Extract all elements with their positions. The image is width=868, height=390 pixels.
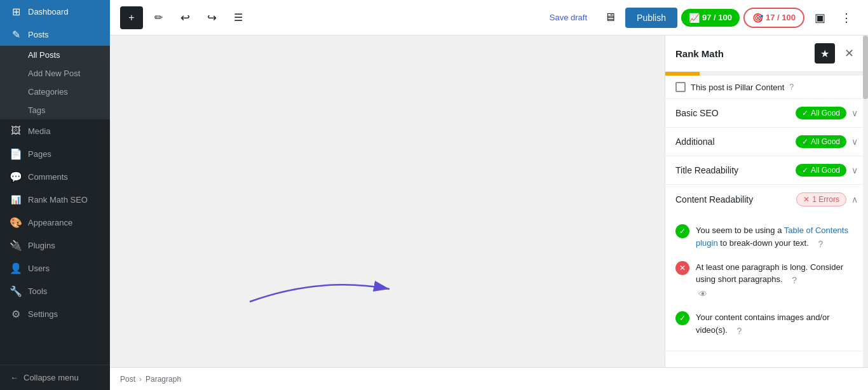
seo-score-badge[interactable]: 📈 97 / 100 xyxy=(681,9,740,27)
seo-score-value: 97 / 100 xyxy=(702,13,732,22)
basic-seo-header[interactable]: Basic SEO ✓ All Good ∨ xyxy=(665,99,868,127)
pencil-icon: ✏ xyxy=(154,11,163,24)
pillar-checkbox[interactable] xyxy=(675,82,686,92)
panel-scrollbar-thumb[interactable] xyxy=(863,36,868,99)
sidebar-submenu-categories[interactable]: Categories xyxy=(0,83,110,101)
content-readability-section: Content Readability ✕ 1 Errors ∧ ✓ xyxy=(665,185,868,351)
tools-icon: 🔧 xyxy=(10,285,22,297)
sidebar-item-plugins[interactable]: 🔌 Plugins xyxy=(0,234,110,257)
plugins-icon: 🔌 xyxy=(10,239,22,251)
close-icon: ✕ xyxy=(844,46,854,60)
view-button[interactable]: 🖥 xyxy=(599,6,621,29)
sidebar-item-dashboard[interactable]: ⊞ Dashboard xyxy=(0,0,110,23)
sidebar-item-label: Comments xyxy=(28,172,68,182)
title-readability-chevron: ∨ xyxy=(851,165,858,175)
collapse-icon: ← xyxy=(10,373,18,382)
pages-icon: 📄 xyxy=(10,148,22,159)
toc-help-button[interactable]: ? xyxy=(813,237,827,251)
sidebar-item-rankmath[interactable]: 📊 Rank Math SEO xyxy=(0,188,110,211)
sidebar-item-label: Posts xyxy=(28,30,49,39)
rankmath-header-right: ★ ✕ xyxy=(815,43,858,64)
check-item-paragraph: ✕ At least one paragraph is long. Consid… xyxy=(675,256,858,307)
content-readability-right: ✕ 1 Errors ∧ xyxy=(796,192,858,206)
rankmath-title: Rank Math xyxy=(675,48,724,59)
title-readability-section: Title Readability ✓ All Good ∨ xyxy=(665,156,868,185)
rankmath-icon: 📊 xyxy=(10,194,22,205)
footer-separator: › xyxy=(139,375,142,384)
additional-badge: ✓ All Good xyxy=(796,135,846,148)
save-draft-button[interactable]: Save draft xyxy=(542,8,595,27)
media-icon: 🖼 xyxy=(10,125,22,137)
publish-button[interactable]: Publish xyxy=(625,8,677,28)
sidebar-item-users[interactable]: 👤 Users xyxy=(0,257,110,279)
editor-footer: Post › Paragraph xyxy=(110,367,868,390)
pillar-content-row: This post is Pillar Content ? xyxy=(665,76,868,99)
paragraph-eye-button[interactable]: 👁 xyxy=(696,287,710,301)
sidebar-item-label: Media xyxy=(28,126,50,136)
sidebar-item-pages[interactable]: 📄 Pages xyxy=(0,142,110,165)
sidebar-item-label: Tools xyxy=(28,286,47,296)
collapse-menu-button[interactable]: ← Collapse menu xyxy=(0,365,110,390)
sidebar-submenu-add-new-post[interactable]: Add New Post xyxy=(0,64,110,83)
panel-scrollbar-track[interactable] xyxy=(863,36,868,367)
sidebar-submenu-tags[interactable]: Tags xyxy=(0,101,110,119)
tools-button[interactable]: ✏ xyxy=(147,6,170,29)
content-readability-badge: ✕ 1 Errors xyxy=(796,192,846,206)
panel-icon: ▣ xyxy=(815,11,825,25)
sidebar-item-appearance[interactable]: 🎨 Appearance xyxy=(0,211,110,234)
posts-icon: ✎ xyxy=(10,29,22,40)
additional-section: Additional ✓ All Good ∨ xyxy=(665,128,868,156)
images-check-text: Your content contains images and/or vide… xyxy=(696,311,858,338)
additional-check-icon: ✓ xyxy=(802,137,808,146)
sidebar-item-media[interactable]: 🖼 Media xyxy=(0,119,110,142)
panel-toggle-button[interactable]: ▣ xyxy=(808,6,831,29)
list-icon: ☰ xyxy=(234,11,243,24)
arrow-annotation xyxy=(237,264,402,316)
title-readability-right: ✓ All Good ∨ xyxy=(796,164,858,177)
title-readability-header[interactable]: Title Readability ✓ All Good ∨ xyxy=(665,156,868,184)
paragraph-help-button[interactable]: ? xyxy=(787,273,801,287)
title-check-icon: ✓ xyxy=(802,166,808,175)
content-readability-header[interactable]: Content Readability ✕ 1 Errors ∧ xyxy=(665,185,868,214)
monitor-icon: 🖥 xyxy=(604,11,616,24)
pillar-help-icon[interactable]: ? xyxy=(789,83,794,91)
toc-check-icon: ✓ xyxy=(675,224,689,238)
content-readability-items: ✓ You seem to be using a Table of Conten… xyxy=(665,214,868,351)
paragraph-text: At least one paragraph is long. Consider… xyxy=(696,262,843,285)
readability-score-value: 17 / 100 xyxy=(766,13,796,22)
readability-score-badge[interactable]: 🎯 17 / 100 xyxy=(743,8,804,28)
pillar-label: This post is Pillar Content xyxy=(691,83,784,92)
title-readability-title: Title Readability xyxy=(675,165,738,175)
dashboard-icon: ⊞ xyxy=(10,6,22,17)
more-options-button[interactable]: ⋮ xyxy=(835,6,858,29)
rankmath-star-button[interactable]: ★ xyxy=(815,43,835,64)
sidebar-item-posts[interactable]: ✎ Posts xyxy=(0,23,110,46)
content-readability-chevron: ∧ xyxy=(851,194,858,205)
paragraph-check-text: At least one paragraph is long. Consider… xyxy=(696,261,858,302)
sidebar-item-tools[interactable]: 🔧 Tools xyxy=(0,279,110,302)
editor-content xyxy=(133,36,642,86)
editor-container: Rank Math ★ ✕ xyxy=(110,36,868,367)
sidebar-item-comments[interactable]: 💬 Comments xyxy=(0,165,110,188)
basic-seo-badge-label: All Good xyxy=(811,109,840,118)
sidebar-item-label: Rank Math SEO xyxy=(28,195,88,205)
images-help-button[interactable]: ? xyxy=(732,324,746,338)
add-block-button[interactable]: + xyxy=(120,6,143,29)
redo-icon: ↪ xyxy=(207,11,217,25)
additional-header[interactable]: Additional ✓ All Good ∨ xyxy=(665,128,868,156)
basic-seo-right: ✓ All Good ∨ xyxy=(796,107,858,119)
posts-submenu: All Posts Add New Post Categories Tags xyxy=(0,46,110,119)
sidebar-submenu-all-posts[interactable]: All Posts xyxy=(0,46,110,64)
users-icon: 👤 xyxy=(10,262,22,274)
rankmath-close-button[interactable]: ✕ xyxy=(840,44,858,62)
title-readability-badge: ✓ All Good xyxy=(796,164,846,177)
right-panel: Rank Math ★ ✕ xyxy=(665,36,868,367)
sidebar-item-settings[interactable]: ⚙ Settings xyxy=(0,302,110,325)
editor-main[interactable] xyxy=(110,36,665,367)
settings-icon: ⚙ xyxy=(10,308,22,319)
list-view-button[interactable]: ☰ xyxy=(227,6,250,29)
undo-button[interactable]: ↩ xyxy=(173,6,196,29)
images-check-icon: ✓ xyxy=(675,311,689,325)
footer-post-label[interactable]: Post xyxy=(120,375,135,384)
redo-button[interactable]: ↪ xyxy=(200,6,223,29)
